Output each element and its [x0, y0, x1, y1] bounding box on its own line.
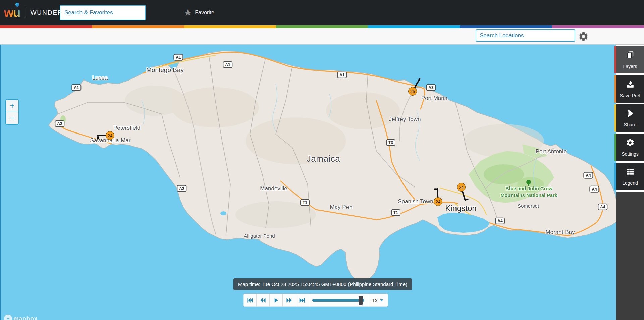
wind-barb-tick — [97, 136, 99, 139]
rainbow-segment — [552, 25, 644, 28]
chevron-down-icon — [380, 299, 383, 301]
search-favorites-input[interactable] — [60, 5, 146, 20]
timeline-track[interactable] — [312, 299, 364, 302]
favorite-button[interactable]: ★ Favorite — [184, 0, 214, 25]
inland-lake — [220, 211, 226, 215]
wind-barb-tick — [434, 188, 437, 190]
sidebar-filler — [616, 192, 644, 320]
skip-end-icon — [299, 297, 306, 304]
map-sidebar: LayersSave PrefShareSettingsLegend — [614, 45, 644, 320]
legend-icon — [626, 167, 635, 177]
favorite-label: Favorite — [195, 10, 214, 16]
timeline-handle[interactable] — [359, 296, 363, 305]
sidebar-button-share[interactable]: Share — [614, 104, 644, 132]
layers-icon — [626, 51, 635, 61]
map-zoom-control: + − — [5, 99, 19, 125]
star-icon: ★ — [184, 8, 192, 17]
animation-playback-bar: 1x — [243, 294, 388, 307]
station-temperature-value: 24 — [457, 183, 466, 192]
sidebar-button-settings[interactable]: Settings — [614, 134, 644, 161]
rewind-button[interactable] — [257, 294, 270, 306]
rainbow-strip — [0, 25, 644, 28]
settings-icon — [626, 138, 635, 148]
sidebar-button-legend[interactable]: Legend — [614, 163, 644, 190]
timeline-slider[interactable] — [309, 294, 368, 306]
rainbow-segment — [184, 25, 276, 28]
gear-icon[interactable] — [578, 31, 589, 42]
rainbow-segment — [460, 25, 552, 28]
app-header: wu WUNDERMAP ★ Favorite — [0, 0, 644, 25]
sidebar-button-label: Save Pref — [620, 93, 640, 98]
search-locations-input[interactable] — [476, 29, 575, 42]
map-toolbar — [0, 28, 644, 45]
sidebar-button-label: Share — [624, 122, 636, 127]
logo-divider — [25, 7, 25, 18]
sidebar-button-label: Legend — [622, 180, 638, 186]
save-icon — [626, 80, 635, 90]
speed-value: 1x — [372, 297, 378, 303]
rewind-icon — [260, 297, 266, 304]
station-temperature-value: 24 — [106, 131, 114, 140]
skip-end-button[interactable] — [296, 294, 309, 306]
station-temperature-value: 25 — [408, 87, 417, 96]
wu-logo-icon: wu — [4, 7, 20, 19]
sidebar-button-label: Layers — [623, 64, 637, 69]
skip-start-icon — [247, 297, 253, 304]
rainbow-segment — [276, 25, 368, 28]
zoom-in-button[interactable]: + — [6, 100, 18, 112]
skip-start-button[interactable] — [244, 294, 257, 306]
zoom-out-button[interactable]: − — [6, 112, 18, 124]
play-icon — [273, 297, 279, 304]
fast-forward-icon — [286, 297, 292, 304]
weather-map[interactable]: Montego BayLuceaPetersfieldSavanna-la-Ma… — [0, 45, 616, 320]
fast-forward-button[interactable] — [283, 294, 296, 306]
speed-dropdown[interactable]: 1x — [368, 294, 388, 306]
station-temperature-value: 24 — [434, 197, 442, 206]
rainbow-segment — [368, 25, 460, 28]
share-icon — [626, 109, 635, 119]
rainbow-segment — [92, 25, 184, 28]
sidebar-button-label: Settings — [622, 151, 639, 157]
sidebar-button-layers[interactable]: Layers — [614, 46, 644, 73]
sidebar-button-save-pref[interactable]: Save Pref — [614, 75, 644, 103]
play-button[interactable] — [270, 294, 283, 306]
rainbow-segment — [0, 25, 92, 28]
map-time-label: Map time: Tue Oct 28 2025 15:04:45 GMT+0… — [233, 278, 412, 290]
